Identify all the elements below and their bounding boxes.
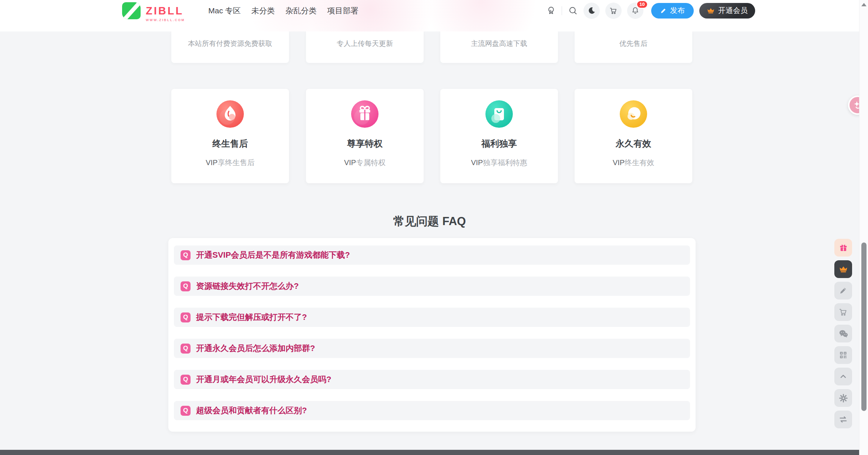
open-vip-button[interactable]: 开通会员 bbox=[699, 3, 755, 19]
question-badge: Q bbox=[181, 281, 191, 291]
question-badge: Q bbox=[181, 250, 191, 260]
back-to-top-button[interactable] bbox=[834, 368, 852, 385]
navbar-row: ZIBLL WWW.ZIBLL.COM Mac 专区 未分类 杂乱分类 项目部署 bbox=[0, 0, 859, 21]
scrollbar-thumb[interactable] bbox=[861, 242, 867, 411]
wechat-icon bbox=[838, 329, 848, 339]
feature-card-permanent-validity: 永久有效 VIP终生有效 bbox=[575, 89, 692, 183]
write-post-button[interactable] bbox=[834, 282, 852, 300]
feature-subtitle: VIP专属特权 bbox=[344, 158, 386, 168]
publish-button[interactable]: 发布 bbox=[651, 3, 694, 19]
moon-icon bbox=[588, 6, 596, 15]
navbar: ZIBLL WWW.ZIBLL.COM Mac 专区 未分类 杂乱分类 项目部署 bbox=[0, 0, 859, 31]
logo-icon bbox=[122, 2, 141, 19]
perk-card-daily-updates: 专人上传每天更新 bbox=[306, 31, 424, 63]
divider bbox=[562, 6, 562, 15]
cart-icon bbox=[838, 307, 848, 317]
notifications-button[interactable]: 10 bbox=[627, 3, 643, 19]
question-badge: Q bbox=[181, 375, 191, 385]
cart-button[interactable] bbox=[605, 3, 622, 19]
feature-title: 终生售后 bbox=[212, 138, 248, 150]
smile-icon bbox=[620, 100, 647, 128]
logo-domain: WWW.ZIBLL.COM bbox=[146, 18, 185, 22]
medal-icon[interactable] bbox=[546, 6, 556, 16]
gift-icon bbox=[839, 243, 848, 252]
perk-card-priority-support: 优先售后 bbox=[575, 31, 692, 63]
feature-title: 福利独享 bbox=[481, 138, 517, 150]
question-badge: Q bbox=[181, 312, 191, 322]
scrollbar-up-arrow[interactable] bbox=[861, 3, 867, 6]
main-nav: Mac 专区 未分类 杂乱分类 项目部署 bbox=[208, 0, 359, 21]
feature-card-lifetime-support: 终生售后 VIP享终生售后 bbox=[171, 89, 289, 183]
faq-item-member-vs-contributor[interactable]: Q 超级会员和贡献者有什么区别? bbox=[174, 401, 690, 420]
feature-card-exclusive-benefits: 福利独享 VIP独享福利特惠 bbox=[440, 89, 558, 183]
qrcode-button[interactable] bbox=[834, 346, 852, 364]
faq-panel: Q 开通SVIP会员后是不是所有游戏都能下载? Q 资源链接失效打不开怎么办? … bbox=[168, 238, 696, 432]
perk-card-free-resources: 本站所有付费资源免费获取 bbox=[171, 31, 289, 63]
cart-icon bbox=[609, 6, 618, 15]
perk-card-fast-download: 主流网盘高速下载 bbox=[440, 31, 558, 63]
faq-item-broken-links[interactable]: Q 资源链接失效打不开怎么办? bbox=[174, 277, 690, 296]
chevron-up-icon bbox=[838, 372, 848, 381]
faq-item-unzip-problems[interactable]: Q 提示下载完但解压或打开不了? bbox=[174, 308, 690, 327]
feature-title: 永久有效 bbox=[616, 138, 651, 150]
nav-item-uncategorized[interactable]: 未分类 bbox=[252, 6, 275, 16]
feature-subtitle: VIP独享福利特惠 bbox=[471, 158, 527, 168]
swap-icon bbox=[838, 415, 848, 424]
pencil-icon bbox=[660, 7, 667, 14]
search-icon[interactable] bbox=[568, 6, 578, 16]
faq-section-title: 常见问题 FAQ bbox=[0, 214, 859, 229]
gear-icon bbox=[839, 394, 848, 403]
faq-item-svip-downloads[interactable]: Q 开通SVIP会员后是不是所有游戏都能下载? bbox=[174, 245, 690, 265]
notification-badge: 10 bbox=[636, 0, 648, 9]
feature-title: 尊享特权 bbox=[347, 138, 383, 150]
question-badge: Q bbox=[181, 344, 191, 354]
nav-item-misc[interactable]: 杂乱分类 bbox=[286, 6, 317, 16]
page: ZIBLL WWW.ZIBLL.COM Mac 专区 未分类 杂乱分类 项目部署 bbox=[0, 0, 868, 455]
wechat-contact-button[interactable] bbox=[834, 325, 852, 342]
crown-icon bbox=[707, 7, 715, 15]
qrcode-icon bbox=[839, 351, 848, 359]
scrollbar[interactable] bbox=[859, 0, 868, 455]
nav-item-mac[interactable]: Mac 专区 bbox=[208, 6, 241, 16]
nav-item-deploy[interactable]: 项目部署 bbox=[327, 6, 359, 16]
logo-brand: ZIBLL bbox=[146, 6, 185, 16]
faq-item-upgrade-membership[interactable]: Q 开通月或年会员可以升级永久会员吗? bbox=[174, 370, 690, 389]
switch-mode-button[interactable] bbox=[834, 411, 852, 428]
side-toolbar bbox=[834, 239, 852, 428]
dark-mode-toggle[interactable] bbox=[583, 3, 600, 19]
site-logo[interactable]: ZIBLL WWW.ZIBLL.COM bbox=[122, 2, 185, 22]
footer-top-edge bbox=[0, 450, 859, 455]
settings-button[interactable] bbox=[834, 389, 852, 407]
gift-icon bbox=[351, 100, 379, 128]
crown-icon bbox=[839, 265, 848, 274]
cart-button-side[interactable] bbox=[834, 303, 852, 321]
promotions-button[interactable] bbox=[834, 239, 852, 257]
pencil-icon bbox=[839, 286, 848, 295]
feature-card-privileges: 尊享特权 VIP专属特权 bbox=[306, 89, 424, 183]
vip-button[interactable] bbox=[834, 260, 852, 278]
faq-item-join-group[interactable]: Q 开通永久会员后怎么添加内部群? bbox=[174, 339, 690, 358]
question-badge: Q bbox=[181, 406, 191, 416]
feature-subtitle: VIP终生有效 bbox=[613, 158, 654, 168]
feature-subtitle: VIP享终生售后 bbox=[206, 158, 255, 168]
flame-icon bbox=[216, 100, 244, 128]
navbar-actions: 10 发布 开通会员 bbox=[546, 0, 755, 21]
bag-icon bbox=[485, 100, 513, 128]
